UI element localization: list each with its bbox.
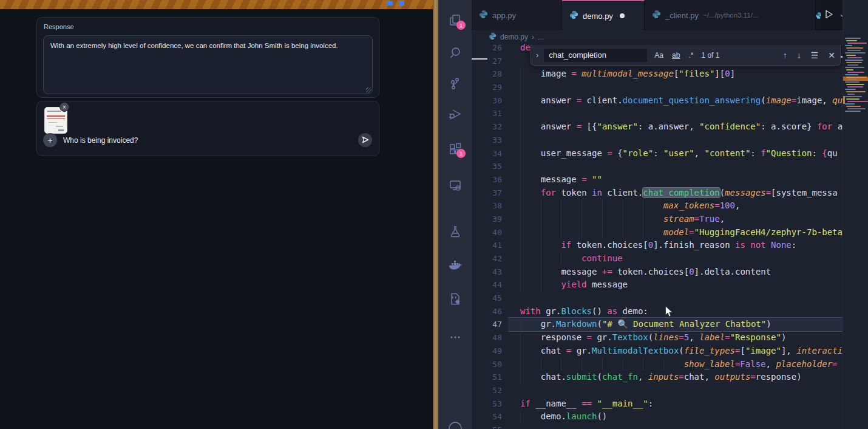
run-debug-icon[interactable]: [438, 104, 472, 125]
add-file-button[interactable]: +: [43, 133, 57, 147]
code-line-45[interactable]: 45: [472, 292, 868, 305]
minimap-code-row: [846, 55, 856, 56]
tab-app-py[interactable]: app.py: [472, 0, 562, 30]
line-number: 38: [472, 199, 508, 213]
match-case-toggle[interactable]: Aa: [653, 50, 665, 60]
code-line-54[interactable]: 54demo.launch(): [472, 410, 868, 424]
breadcrumb-file[interactable]: demo.py: [500, 33, 528, 41]
find-input[interactable]: chat_completion: [543, 48, 648, 63]
line-number: 33: [472, 134, 508, 147]
breadcrumb-more[interactable]: ...: [538, 33, 544, 41]
minimap-highlight-tick: [843, 96, 845, 104]
code-line-43[interactable]: 43message += token.choices[0].delta.cont…: [472, 266, 868, 279]
remove-attachment-button[interactable]: ×: [59, 102, 69, 112]
code-line-38[interactable]: 38max_tokens=100,: [472, 199, 868, 213]
line-number: 51: [472, 371, 508, 384]
find-widget: › chat_completion Aa ab .* 1 of 1 ↑ ↓ ☰ …: [531, 45, 841, 66]
code-line-42[interactable]: 42continue: [472, 252, 868, 266]
code-line-55[interactable]: 55: [472, 424, 868, 429]
code-line-48[interactable]: 48response = gr.Textbox(lines=5, label="…: [472, 331, 868, 345]
code-line-33[interactable]: 33: [472, 134, 868, 147]
minimap-code-row: [845, 96, 862, 97]
window-divider[interactable]: [433, 0, 438, 429]
tools-file-icon[interactable]: [438, 289, 472, 309]
line-number: 49: [472, 345, 508, 358]
python-file-icon: [489, 32, 497, 42]
titlebar-blue-mark: [387, 1, 393, 5]
code-line-44[interactable]: 44yield message: [472, 278, 868, 292]
minimap-code-row: [846, 40, 857, 41]
line-number: 54: [472, 410, 508, 424]
code-line-35[interactable]: 35: [472, 160, 868, 173]
more-actions-icon[interactable]: [438, 327, 472, 348]
send-button[interactable]: [358, 133, 372, 147]
code-line-39[interactable]: 39stream=True,: [472, 213, 868, 226]
code-line-31[interactable]: 31: [472, 107, 868, 120]
code-editor[interactable]: 26de2728image = multimodal_message["file…: [472, 41, 868, 429]
line-number: 52: [472, 384, 508, 397]
minimap-code-row: [845, 67, 864, 68]
regex-toggle[interactable]: .*: [687, 50, 695, 60]
minimap-code-row: [847, 101, 868, 102]
minimap-code-row: [845, 81, 860, 83]
minimap-code-row: [845, 52, 866, 53]
code-line-51[interactable]: 51chat.submit(chat_fn, inputs=chat, outp…: [472, 371, 868, 384]
previous-match-button[interactable]: ↑: [783, 50, 787, 60]
code-line-28[interactable]: 28image = multimodal_message["files"][0]: [472, 67, 868, 81]
minimap[interactable]: [843, 0, 868, 429]
code-line-30[interactable]: 30answer = client.document_question_answ…: [472, 94, 868, 108]
line-number: 37: [472, 187, 508, 200]
code-line-37[interactable]: 37for token in client.chat_completion(me…: [472, 187, 868, 200]
line-number: 44: [472, 278, 508, 292]
send-icon: [362, 135, 369, 146]
python-file-icon: [479, 10, 488, 21]
response-textarea[interactable]: With an extremely high level of confiden…: [43, 35, 373, 94]
code-line-50[interactable]: 50show_label=False, placeholder=: [472, 358, 868, 371]
toggle-replace-chevron-icon[interactable]: ›: [536, 50, 538, 60]
code-line-34[interactable]: 34user_message = {"role": "user", "conte…: [472, 147, 868, 160]
python-file-icon: [652, 10, 661, 21]
mouse-cursor: [665, 306, 673, 320]
modified-dot-icon[interactable]: [620, 13, 625, 18]
breadcrumb-separator: ›: [532, 33, 534, 41]
window-titlebar[interactable]: [0, 0, 438, 9]
code-line-36[interactable]: 36message = "": [472, 173, 868, 187]
code-line-29[interactable]: 29: [472, 81, 868, 94]
code-line-41[interactable]: 41if token.choices[0].finish_reason is n…: [472, 239, 868, 252]
minimap-code-row: [847, 94, 855, 95]
close-find-button[interactable]: ✕: [828, 50, 835, 60]
line-number: 39: [472, 213, 508, 226]
code-line-52[interactable]: 52: [472, 384, 868, 397]
line-number: 47: [472, 318, 508, 331]
find-in-selection-button[interactable]: ☰: [811, 50, 819, 60]
code-line-49[interactable]: 49chat = gr.MultimodalTextbox(file_types…: [472, 345, 868, 358]
chat-input-text[interactable]: Who is being invoiced?: [63, 136, 138, 145]
code-line-32[interactable]: 32answer = [{"answer": a.answer, "confid…: [472, 120, 868, 134]
docker-icon[interactable]: [438, 256, 472, 276]
line-number: 53: [472, 397, 508, 411]
source-control-icon[interactable]: [438, 73, 472, 94]
whole-word-toggle[interactable]: ab: [670, 50, 682, 60]
line-number: 31: [472, 107, 508, 120]
next-match-button[interactable]: ↓: [797, 50, 801, 60]
tab-description: ~/.../python3.11/...: [703, 12, 759, 19]
line-number: 43: [472, 266, 508, 279]
line-number: 46: [472, 305, 508, 318]
explorer-icon[interactable]: 1: [438, 10, 472, 30]
code-line-40[interactable]: 40model="HuggingFaceH4/zephyr-7b-beta: [472, 226, 868, 239]
run-file-button[interactable]: [824, 9, 834, 22]
search-icon[interactable]: [438, 43, 472, 63]
multimodal-textbox: × + Who is being invoiced?: [36, 101, 379, 156]
code-line-53[interactable]: 53if __name__ == "__main__":: [472, 397, 868, 411]
tab-label: app.py: [492, 11, 516, 20]
minimap-code-row: [847, 79, 857, 80]
line-number: 28: [472, 67, 508, 81]
extensions-icon[interactable]: 1: [438, 139, 472, 159]
tab-demo-py[interactable]: demo.py: [562, 0, 645, 30]
response-group: Response With an extremely high level of…: [36, 17, 379, 98]
editor-decoration-dash: [472, 58, 487, 60]
account-icon[interactable]: [438, 418, 472, 429]
remote-explorer-icon[interactable]: [438, 175, 472, 196]
tab-client-py[interactable]: _client.py ~/.../python3.11/...: [645, 0, 816, 30]
testing-icon[interactable]: [438, 221, 472, 242]
